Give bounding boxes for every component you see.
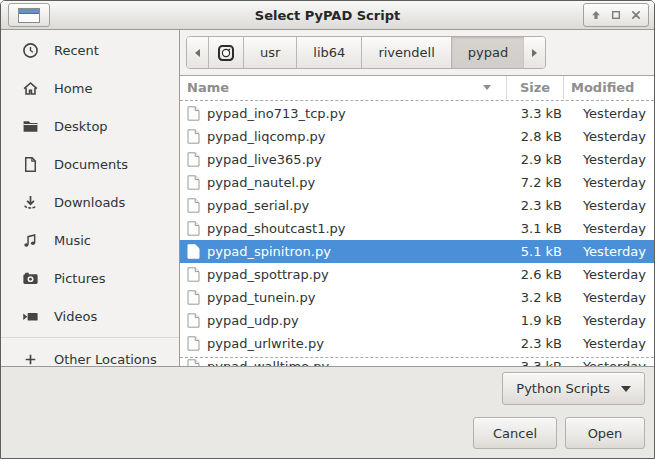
sidebar-item-label: Videos xyxy=(54,309,97,324)
sidebar-item-label: Other Locations xyxy=(54,352,157,367)
file-modified: Yesterday xyxy=(571,152,654,167)
file-icon xyxy=(187,267,200,282)
clock-icon xyxy=(22,42,39,59)
sidebar-item-label: Home xyxy=(54,81,92,96)
file-name: pypad_serial.py xyxy=(207,198,515,213)
breadcrumb-segment[interactable]: rivendell xyxy=(362,37,451,68)
file-icon xyxy=(187,198,200,213)
places-sidebar: Recent Home Desktop Documents xyxy=(1,30,180,366)
file-size: 2.3 kB xyxy=(515,198,571,213)
sidebar-item[interactable]: Videos xyxy=(1,297,179,335)
table-row[interactable]: pypad_spottrap.py 2.6 kB Yesterday xyxy=(180,263,654,286)
chevron-right-icon xyxy=(532,49,537,57)
sort-descending-icon xyxy=(483,85,491,90)
file-modified: Yesterday xyxy=(571,221,654,236)
sidebar-item[interactable]: Music xyxy=(1,221,179,259)
sidebar-item[interactable]: Recent xyxy=(1,31,179,69)
dialog-content: Recent Home Desktop Documents xyxy=(1,30,654,366)
table-row[interactable]: pypad_nautel.py 7.2 kB Yesterday xyxy=(180,171,654,194)
chevron-left-icon xyxy=(195,49,200,57)
breadcrumb-label: lib64 xyxy=(313,45,345,60)
window-icon xyxy=(18,8,40,23)
filesystem-root-button[interactable] xyxy=(209,37,244,68)
file-type-filter-dropdown[interactable]: Python Scripts xyxy=(502,372,645,405)
file-size: 7.2 kB xyxy=(515,175,571,190)
breadcrumb-segment[interactable]: lib64 xyxy=(297,37,362,68)
table-row[interactable]: pypad_live365.py 2.9 kB Yesterday xyxy=(180,148,654,171)
file-icon xyxy=(187,152,200,167)
file-size: 1.9 kB xyxy=(515,313,571,328)
breadcrumb-segment[interactable]: usr xyxy=(244,37,297,68)
file-list: Name Size Modified pypad_ino713_tcp.py 3 xyxy=(180,76,654,366)
file-modified: Yesterday xyxy=(571,290,654,305)
music-icon xyxy=(22,232,39,249)
filter-label: Python Scripts xyxy=(516,381,610,396)
table-row[interactable]: pypad_spinitron.py 5.1 kB Yesterday xyxy=(180,240,654,263)
file-modified: Yesterday xyxy=(571,106,654,121)
table-row[interactable]: pypad_ino713_tcp.py 3.3 kB Yesterday xyxy=(180,102,654,125)
sidebar-item[interactable]: Pictures xyxy=(1,259,179,297)
file-name: pypad_walltime.py xyxy=(207,359,515,366)
main-area: usr lib64 rivendell pyp xyxy=(180,30,654,366)
file-name: pypad_spinitron.py xyxy=(207,244,515,259)
file-icon xyxy=(187,359,200,366)
maximize-button[interactable] xyxy=(606,5,626,25)
file-icon xyxy=(187,244,200,259)
file-size: 3.1 kB xyxy=(515,221,571,236)
file-name: pypad_live365.py xyxy=(207,152,515,167)
path-forward-button[interactable] xyxy=(524,37,545,68)
column-header-name[interactable]: Name xyxy=(180,76,506,99)
harddisk-icon xyxy=(217,44,235,62)
file-size: 2.9 kB xyxy=(515,152,571,167)
table-row[interactable]: pypad_urlwrite.py 2.3 kB Yesterday xyxy=(180,332,654,355)
breadcrumb-label: rivendell xyxy=(378,45,434,60)
file-icon xyxy=(187,336,200,351)
table-row[interactable]: pypad_udp.py 1.9 kB Yesterday xyxy=(180,309,654,332)
home-icon xyxy=(22,80,39,97)
file-modified: Yesterday xyxy=(571,313,654,328)
scroll-edge-indicator-top xyxy=(180,100,654,101)
file-modified: Yesterday xyxy=(571,175,654,190)
column-header-modified[interactable]: Modified xyxy=(563,76,654,99)
chevron-down-icon xyxy=(621,386,631,392)
file-name: pypad_urlwrite.py xyxy=(207,336,515,351)
table-row[interactable]: pypad_tunein.py 3.2 kB Yesterday xyxy=(180,286,654,309)
sidebar-item[interactable]: Documents xyxy=(1,145,179,183)
file-name: pypad_ino713_tcp.py xyxy=(207,106,515,121)
open-button[interactable]: Open xyxy=(565,417,645,449)
sidebar-item[interactable]: Desktop xyxy=(1,107,179,145)
file-modified: Yesterday xyxy=(571,267,654,282)
file-icon xyxy=(187,175,200,190)
sidebar-item[interactable]: Home xyxy=(1,69,179,107)
table-row[interactable]: pypad_serial.py 2.3 kB Yesterday xyxy=(180,194,654,217)
file-size: 2.6 kB xyxy=(515,267,571,282)
sidebar-item-label: Downloads xyxy=(54,195,125,210)
pathbar-area: usr lib64 rivendell pyp xyxy=(180,30,654,76)
column-header-size[interactable]: Size xyxy=(506,76,563,99)
scroll-edge-indicator-bottom xyxy=(180,357,654,358)
breadcrumb-label: pypad xyxy=(468,45,508,60)
file-size: 3.3 kB xyxy=(515,359,571,366)
breadcrumb-segment[interactable]: pypad xyxy=(452,37,524,68)
shade-button[interactable] xyxy=(586,5,606,25)
document-icon xyxy=(22,156,39,173)
cancel-button[interactable]: Cancel xyxy=(473,417,557,449)
close-button[interactable] xyxy=(626,5,646,25)
plus-icon xyxy=(22,351,39,367)
sidebar-item[interactable]: Downloads xyxy=(1,183,179,221)
file-modified: Yesterday xyxy=(571,198,654,213)
file-name: pypad_udp.py xyxy=(207,313,515,328)
sidebar-item-other-locations[interactable]: Other Locations xyxy=(1,340,179,366)
dialog-buttons: Cancel Open xyxy=(473,417,645,449)
path-back-button[interactable] xyxy=(187,37,209,68)
file-size: 3.2 kB xyxy=(515,290,571,305)
window-menu-button[interactable] xyxy=(8,3,50,27)
table-row[interactable]: pypad_shoutcast1.py 3.1 kB Yesterday xyxy=(180,217,654,240)
sidebar-separator xyxy=(1,337,179,338)
sidebar-item-label: Music xyxy=(54,233,91,248)
file-rows: pypad_ino713_tcp.py 3.3 kB Yesterday pyp… xyxy=(180,99,654,366)
table-row[interactable]: pypad_liqcomp.py 2.8 kB Yesterday xyxy=(180,125,654,148)
file-icon xyxy=(187,106,200,121)
sidebar-item-label: Documents xyxy=(54,157,128,172)
sidebar-item-label: Recent xyxy=(54,43,99,58)
